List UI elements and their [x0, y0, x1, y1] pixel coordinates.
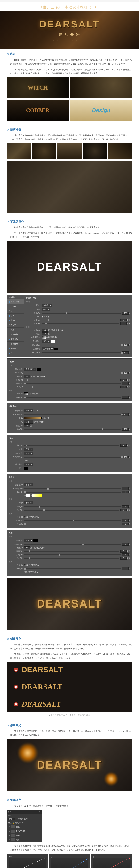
- select[interactable]: 正常: [24, 409, 33, 412]
- ps-tab[interactable]: 图案叠加: [7, 342, 24, 346]
- curve-graph[interactable]: [8, 858, 46, 868]
- blend-mode-select[interactable]: 正常: [8, 818, 16, 820]
- slider[interactable]: [24, 506, 121, 507]
- ps-tab[interactable]: 外发光: [7, 346, 24, 351]
- bullet-icon: [7, 799, 9, 801]
- select[interactable]: 内部: [24, 447, 33, 451]
- dir-down[interactable]: ○ 下: [46, 315, 50, 318]
- contour-swatch[interactable]: [24, 516, 28, 518]
- slider[interactable]: [24, 386, 119, 387]
- slider[interactable]: [24, 558, 119, 559]
- layer-row[interactable]: 👁DEARSALT: [7, 829, 41, 833]
- slider[interactable]: [24, 492, 121, 493]
- field-label: 范围(R):: [9, 519, 23, 522]
- slider[interactable]: [24, 373, 121, 373]
- slider[interactable]: [24, 488, 121, 489]
- ps-tab[interactable]: 投影: [7, 351, 24, 356]
- select[interactable]: 柔和: [24, 501, 33, 504]
- color-swatch[interactable]: [33, 539, 37, 542]
- slider[interactable]: [24, 414, 121, 415]
- ps-tab[interactable]: 光泽: [7, 328, 24, 332]
- slider[interactable]: [24, 380, 119, 380]
- depth-slider[interactable]: [41, 313, 121, 314]
- ps-innershadow-panel: 内阴影 结构 混合模式:正片叠底 不透明度(O):100 % 角度(A):90 …: [7, 359, 132, 401]
- gradient-swatch[interactable]: [24, 416, 41, 420]
- hlop-slider[interactable]: [41, 345, 121, 345]
- layer-row[interactable]: 👁背景: [7, 838, 41, 842]
- hlmode-select[interactable]: 滤色: [41, 340, 50, 343]
- soft-slider[interactable]: [41, 323, 119, 324]
- slider[interactable]: [24, 445, 119, 446]
- field-label: 方法:: [9, 502, 23, 504]
- layer-row[interactable]: 👁曲线 1: [7, 825, 41, 829]
- curve-graph[interactable]: [93, 858, 131, 868]
- color-swatch[interactable]: [26, 494, 30, 497]
- field-label: 距离(D):: [9, 379, 23, 381]
- field-label: 样式:: [26, 304, 40, 307]
- hero-title: DEARSALT: [39, 19, 100, 30]
- gradient-swatch[interactable]: [32, 494, 43, 497]
- color-swatch[interactable]: [24, 467, 28, 470]
- texture-thumb: [83, 143, 107, 159]
- slider[interactable]: [24, 383, 121, 384]
- sh-color-swatch[interactable]: [54, 347, 58, 350]
- value: 0: [122, 491, 129, 493]
- value[interactable]: 143: [24, 425, 30, 427]
- field-label: 不透明度(O):: [26, 344, 40, 346]
- ps-tab[interactable]: 斜面和浮雕: [7, 300, 24, 304]
- contour-swatch[interactable]: [41, 336, 46, 339]
- font-number-badge: 3: [14, 702, 18, 706]
- select[interactable]: 线性: [24, 420, 33, 424]
- ps-tab[interactable]: 等高线: [7, 304, 24, 309]
- field-label: 高光模式:: [26, 340, 40, 342]
- slider[interactable]: [24, 568, 121, 569]
- value[interactable]: 90: [24, 375, 30, 378]
- ps-tab[interactable]: 颜色叠加: [7, 332, 24, 337]
- ps-tab[interactable]: 描边: [7, 313, 24, 318]
- shop-slider[interactable]: [41, 352, 121, 353]
- alt-value[interactable]: 30: [41, 333, 48, 335]
- group-label: 结构: [9, 536, 130, 538]
- contour-swatch[interactable]: [24, 564, 28, 566]
- bullet-icon: [7, 724, 9, 726]
- value[interactable]: 90: [24, 547, 30, 549]
- style-select[interactable]: 内斜面: [41, 304, 52, 307]
- slider[interactable]: [24, 544, 121, 545]
- ps-tab[interactable]: 纹理: [7, 309, 24, 313]
- angle-value[interactable]: 90: [41, 329, 48, 332]
- field-label: 混合模式:: [9, 484, 23, 486]
- bullet-icon: [7, 221, 9, 222]
- select[interactable]: 正常: [24, 452, 33, 455]
- slider[interactable]: [24, 520, 121, 521]
- curve-graph[interactable]: [51, 858, 88, 868]
- ps-bevel-settings: 斜面和浮雕 结构 样式:内斜面 方法:平滑 深度(D):103 % 方向:◉ 上…: [25, 295, 132, 356]
- shmode-select[interactable]: 正片叠底: [41, 347, 54, 350]
- slider[interactable]: [24, 524, 121, 524]
- ps-tab[interactable]: 内阴影: [7, 318, 24, 323]
- slider[interactable]: [24, 555, 121, 555]
- contour-swatch[interactable]: [24, 392, 28, 395]
- ps-tab[interactable]: 混合选项: [7, 295, 24, 300]
- slider[interactable]: [24, 551, 119, 552]
- bullet-icon: [7, 129, 9, 130]
- value: 50: [122, 519, 129, 522]
- method-select[interactable]: 平滑: [41, 308, 50, 311]
- size-slider[interactable]: [41, 320, 119, 320]
- select[interactable]: 正片叠底: [24, 368, 36, 371]
- hl-color-swatch[interactable]: [51, 340, 55, 343]
- ps-tab[interactable]: 渐变叠加: [7, 337, 24, 342]
- color-swatch[interactable]: [37, 368, 41, 371]
- select[interactable]: 滤色: [24, 483, 33, 487]
- dir-up[interactable]: ◉ 上: [41, 315, 45, 318]
- ps-tab[interactable]: 内发光: [7, 323, 24, 328]
- caption: ▲当文字更换字体后，需要做相应的细节调整: [7, 714, 132, 716]
- size-value: 10: [120, 319, 127, 321]
- slider[interactable]: [24, 397, 121, 398]
- field-label: 高度:: [26, 333, 40, 335]
- layer-row[interactable]: 👁高光: [7, 833, 41, 838]
- select[interactable]: 正常: [24, 539, 33, 542]
- select[interactable]: 颜色: [24, 463, 33, 466]
- slider[interactable]: [24, 510, 119, 510]
- slider[interactable]: [24, 429, 121, 430]
- slider[interactable]: [24, 457, 121, 458]
